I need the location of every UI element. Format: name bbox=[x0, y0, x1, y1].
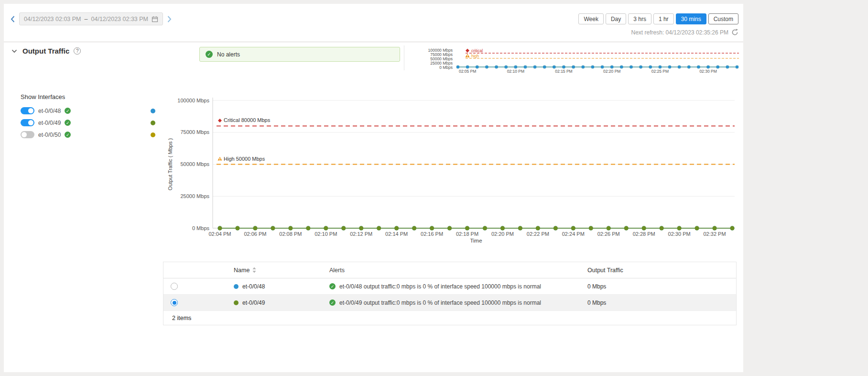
svg-text:02:22 PM: 02:22 PM bbox=[527, 231, 549, 237]
interface-toggle[interactable] bbox=[21, 119, 34, 126]
svg-text:0 Mbps: 0 Mbps bbox=[439, 65, 453, 70]
topbar-right: Week Day 3 hrs 1 hr 30 mins Custom Next … bbox=[578, 13, 738, 36]
next-refresh-text: Next refresh: 04/12/2023 02:35:26 PM bbox=[631, 29, 728, 36]
svg-text:02:10 PM: 02:10 PM bbox=[315, 231, 337, 237]
table-row[interactable]: et-0/0/48 ✓ et-0/0/48 output traffic:0 m… bbox=[163, 278, 736, 295]
table-header-row: Name Alerts Output Traffic bbox=[163, 262, 736, 278]
collapse-chevron-down-icon[interactable] bbox=[11, 48, 18, 54]
interface-name: et-0/0/49 bbox=[38, 120, 61, 126]
interface-toggle[interactable] bbox=[21, 107, 34, 114]
table-row[interactable]: et-0/0/49 ✓ et-0/0/49 output traffic:0 m… bbox=[163, 295, 736, 311]
page: 04/12/2023 02:03 PM – 04/12/2023 02:33 P… bbox=[0, 0, 868, 376]
show-interfaces-title: Show Interfaces bbox=[21, 93, 65, 100]
range-button-custom[interactable]: Custom bbox=[708, 13, 738, 24]
svg-text:25000 Mbps: 25000 Mbps bbox=[180, 193, 209, 199]
interface-name: et-0/0/48 bbox=[38, 108, 61, 114]
prev-period-button[interactable] bbox=[10, 15, 16, 23]
range-button-day[interactable]: Day bbox=[606, 13, 626, 24]
time-range-selector: Week Day 3 hrs 1 hr 30 mins Custom bbox=[578, 13, 738, 24]
svg-text:High 50000 Mbps: High 50000 Mbps bbox=[224, 156, 265, 162]
svg-text:02:15 PM: 02:15 PM bbox=[555, 69, 572, 74]
check-circle-icon: ✓ bbox=[65, 120, 71, 126]
date-range-end: 04/12/2023 02:33 PM bbox=[91, 16, 149, 22]
row-select-radio[interactable] bbox=[171, 283, 178, 290]
output-traffic-panel: Output Traffic ? ✓ No alerts 100000 Mbps… bbox=[4, 43, 743, 372]
svg-text:02:26 PM: 02:26 PM bbox=[597, 231, 620, 237]
alert-text: et-0/0/49 output traffic:0 mbps is 0 % o… bbox=[339, 299, 541, 306]
interface-table: Name Alerts Output Traffic et-0/0/48 ✓ bbox=[163, 262, 737, 325]
date-range-start: 04/12/2023 02:03 PM bbox=[24, 16, 81, 22]
output-traffic-value: 0 Mbps bbox=[587, 283, 736, 290]
interface-row: et-0/0/48 ✓ bbox=[21, 105, 155, 117]
interface-name: et-0/0/48 bbox=[242, 283, 265, 290]
svg-text:02:18 PM: 02:18 PM bbox=[456, 231, 478, 237]
section-title: Output Traffic bbox=[22, 47, 69, 55]
topbar: 04/12/2023 02:03 PM – 04/12/2023 02:33 P… bbox=[4, 4, 743, 41]
svg-text:02:10 PM: 02:10 PM bbox=[507, 69, 524, 74]
svg-text:02:30 PM: 02:30 PM bbox=[668, 231, 691, 237]
name-column-label: Name bbox=[234, 267, 250, 274]
alerts-column-header: Alerts bbox=[329, 267, 587, 274]
svg-text:02:05 PM: 02:05 PM bbox=[459, 69, 476, 74]
svg-text:02:20 PM: 02:20 PM bbox=[603, 69, 620, 74]
svg-text:02:20 PM: 02:20 PM bbox=[491, 231, 514, 237]
help-icon[interactable]: ? bbox=[74, 47, 81, 55]
svg-text:02:32 PM: 02:32 PM bbox=[703, 231, 726, 237]
divider bbox=[404, 45, 404, 70]
svg-text:02:16 PM: 02:16 PM bbox=[421, 231, 443, 237]
series-color-dot bbox=[151, 109, 155, 113]
range-button-1hr[interactable]: 1 hr bbox=[653, 13, 674, 24]
output-traffic-chart: 100000 Mbps75000 Mbps50000 Mbps25000 Mbp… bbox=[163, 94, 741, 257]
svg-text:02:24 PM: 02:24 PM bbox=[562, 231, 585, 237]
svg-text:50000 Mbps: 50000 Mbps bbox=[180, 161, 209, 167]
svg-text:02:25 PM: 02:25 PM bbox=[651, 69, 669, 74]
series-color-dot bbox=[151, 133, 155, 137]
interface-row: et-0/0/49 ✓ bbox=[21, 117, 155, 129]
calendar-icon bbox=[152, 16, 158, 22]
check-circle-icon: ✓ bbox=[65, 132, 71, 138]
svg-text:02:14 PM: 02:14 PM bbox=[385, 231, 408, 237]
svg-text:Output Traffic ( Mbps ): Output Traffic ( Mbps ) bbox=[167, 138, 173, 190]
svg-text:Critical 80000 Mbps: Critical 80000 Mbps bbox=[224, 117, 271, 123]
series-color-dot bbox=[234, 284, 239, 289]
svg-text:100000 Mbps: 100000 Mbps bbox=[177, 98, 209, 103]
refresh-row: Next refresh: 04/12/2023 02:35:26 PM bbox=[631, 29, 738, 36]
svg-text:Time: Time bbox=[470, 238, 482, 243]
row-select-radio[interactable] bbox=[171, 299, 178, 306]
svg-text:02:30 PM: 02:30 PM bbox=[699, 69, 716, 74]
refresh-icon[interactable] bbox=[731, 29, 738, 36]
check-circle-icon: ✓ bbox=[329, 299, 336, 306]
check-circle-icon: ✓ bbox=[329, 283, 336, 289]
svg-text:high: high bbox=[471, 54, 479, 58]
svg-text:critical: critical bbox=[471, 48, 483, 53]
svg-text:02:08 PM: 02:08 PM bbox=[279, 231, 302, 237]
interface-name: et-0/0/50 bbox=[38, 132, 61, 138]
date-range-separator: – bbox=[85, 16, 88, 22]
overview-chart: 100000 Mbps75000 Mbps50000 Mbps25000 Mbp… bbox=[415, 45, 742, 77]
sort-icon[interactable] bbox=[252, 267, 256, 273]
svg-text:75000 Mbps: 75000 Mbps bbox=[180, 129, 209, 135]
svg-text:02:12 PM: 02:12 PM bbox=[350, 231, 372, 237]
chevron-left-icon bbox=[11, 16, 15, 22]
no-alerts-text: No alerts bbox=[217, 51, 240, 58]
items-count: 2 items bbox=[172, 315, 191, 321]
next-period-button[interactable] bbox=[166, 15, 173, 23]
date-range-input[interactable]: 04/12/2023 02:03 PM – 04/12/2023 02:33 P… bbox=[19, 12, 163, 25]
series-color-dot bbox=[234, 300, 239, 305]
check-circle-icon: ✓ bbox=[65, 108, 71, 114]
svg-text:02:06 PM: 02:06 PM bbox=[244, 231, 266, 237]
svg-text:02:04 PM: 02:04 PM bbox=[208, 231, 231, 237]
range-button-3hrs[interactable]: 3 hrs bbox=[628, 13, 651, 24]
series-color-dot bbox=[151, 121, 155, 125]
interface-list: et-0/0/48 ✓ et-0/0/49 ✓ et-0/0/50 ✓ bbox=[21, 105, 155, 141]
date-range-nav: 04/12/2023 02:03 PM – 04/12/2023 02:33 P… bbox=[10, 12, 173, 25]
range-button-30mins[interactable]: 30 mins bbox=[676, 13, 706, 24]
svg-text:02:28 PM: 02:28 PM bbox=[633, 231, 655, 237]
chevron-right-icon bbox=[167, 16, 172, 22]
svg-text:0 Mbps: 0 Mbps bbox=[192, 225, 210, 231]
no-alerts-banner: ✓ No alerts bbox=[199, 47, 400, 62]
interface-toggle[interactable] bbox=[21, 131, 34, 138]
range-button-week[interactable]: Week bbox=[578, 13, 603, 24]
name-column-header[interactable]: Name bbox=[231, 267, 329, 274]
output-traffic-value: 0 Mbps bbox=[587, 299, 736, 306]
